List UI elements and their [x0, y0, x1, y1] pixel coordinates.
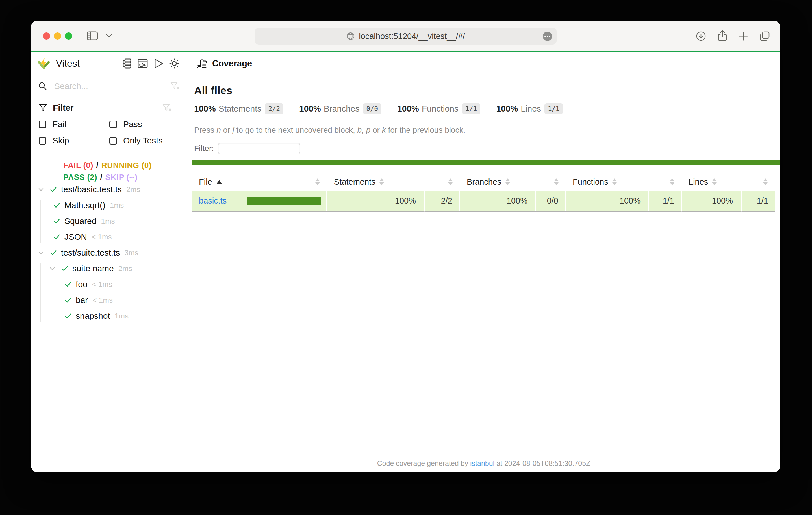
pass-check-icon: [53, 201, 61, 210]
duration: 1ms: [115, 312, 128, 321]
theme-toggle-icon[interactable]: [169, 58, 180, 69]
coverage-stats: 100% Statements 2/2 100% Branches 0/0 10…: [194, 102, 780, 115]
run-all-icon[interactable]: [153, 58, 164, 69]
file-link[interactable]: basic.ts: [199, 196, 227, 206]
sort-ascending-icon: [217, 180, 222, 184]
chevron-down-icon[interactable]: [106, 34, 112, 38]
checkbox-pass[interactable]: [109, 121, 117, 128]
clear-search-filter-icon[interactable]: [170, 82, 179, 90]
tree-item-test[interactable]: bar < 1ms: [31, 292, 187, 308]
checkbox-skip[interactable]: [39, 137, 46, 145]
duration: < 1ms: [91, 233, 112, 241]
tree-item-test[interactable]: JSON < 1ms: [31, 229, 187, 245]
coverage-filter-input[interactable]: [218, 143, 300, 154]
column-header-lines[interactable]: Lines: [682, 173, 742, 191]
tree-item-file[interactable]: test/basic.test.ts 2ms: [31, 182, 187, 198]
tree-item-file[interactable]: test/suite.test.ts 3ms: [31, 245, 187, 261]
url-bar[interactable]: localhost:51204/__vitest__/#/: [255, 28, 557, 44]
tree-item-test[interactable]: foo < 1ms: [31, 276, 187, 292]
pass-check-icon: [53, 233, 61, 241]
globe-icon: [346, 32, 355, 40]
sorter-icon: [712, 178, 717, 185]
tree-item-test[interactable]: snapshot 1ms: [31, 308, 187, 324]
filter-option-only-tests[interactable]: Only Tests: [109, 133, 187, 148]
tree-item-test[interactable]: Squared 1ms: [31, 213, 187, 229]
coverage-header: Coverage: [187, 52, 780, 75]
main-panel: Coverage All files 100% Statements 2/2 1…: [187, 52, 780, 472]
stat-lines: 100% Lines 1/1: [496, 103, 563, 114]
tree-item-suite[interactable]: suite name 2ms: [31, 261, 187, 276]
share-button[interactable]: [717, 30, 728, 41]
istanbul-link[interactable]: istanbul: [470, 459, 494, 467]
column-header-branches-frac-sorter[interactable]: [536, 173, 566, 191]
filter-option-skip[interactable]: Skip: [39, 133, 109, 148]
chevron-down-icon[interactable]: [48, 264, 57, 273]
column-header-file[interactable]: File: [192, 173, 242, 191]
coverage-status-bar: [192, 160, 780, 165]
column-header-statements-frac-sorter[interactable]: [425, 173, 460, 191]
tree-guide-line: [40, 200, 41, 243]
coverage-table: File Statements Branches: [192, 173, 775, 212]
column-header-chart-sorter[interactable]: [242, 173, 327, 191]
new-tab-button[interactable]: [738, 31, 748, 41]
checkbox-fail[interactable]: [39, 121, 46, 128]
table-cell-statements-frac: 2/2: [425, 191, 460, 212]
test-status-summary: FAIL (0) / RUNNING (0) PASS (2) / SKIP (…: [31, 171, 187, 171]
minimize-window-button[interactable]: [54, 32, 61, 39]
coverage-filter-label: Filter:: [194, 144, 214, 153]
table-cell-file: basic.ts: [192, 191, 242, 212]
page-settings-button[interactable]: [543, 32, 552, 41]
tree-view-icon[interactable]: [121, 58, 133, 69]
filter-option-pass[interactable]: Pass: [109, 117, 187, 131]
zoom-window-button[interactable]: [65, 32, 72, 39]
stat-branches: 100% Branches 0/0: [299, 103, 381, 114]
clear-filter-icon[interactable]: [163, 103, 172, 112]
vitest-sidebar: Vitest: [31, 52, 187, 472]
sorter-icon: [554, 178, 558, 185]
table-cell-coverage-bar: [242, 191, 327, 212]
coverage-report: All files 100% Statements 2/2 100% Branc…: [187, 75, 780, 472]
table-cell-functions-pct: 100%: [566, 191, 649, 212]
duration: 1ms: [110, 201, 124, 210]
keyboard-hint: Press n or j to go to the next uncovered…: [194, 125, 780, 135]
close-window-button[interactable]: [43, 32, 50, 39]
browser-toolbar: localhost:51204/__vitest__/#/: [31, 21, 780, 51]
sidebar-search-row: [31, 75, 187, 97]
coverage-footer: Code coverage generated by istanbul at 2…: [187, 459, 780, 472]
checkbox-only-tests[interactable]: [109, 137, 117, 145]
fraction-badge: 1/1: [462, 103, 481, 114]
sorter-icon: [379, 178, 384, 185]
fraction-badge: 1/1: [545, 103, 563, 114]
chevron-down-icon[interactable]: [37, 185, 45, 194]
dashboard-icon[interactable]: [137, 58, 148, 69]
table-cell-branches-frac: 0/0: [536, 191, 566, 212]
search-input[interactable]: [54, 81, 170, 91]
page-title: Coverage: [212, 58, 252, 69]
column-header-lines-frac-sorter[interactable]: [742, 173, 775, 191]
sidebar-toggle-icon[interactable]: [87, 31, 98, 40]
chevron-down-icon[interactable]: [37, 248, 45, 257]
duration: 3ms: [124, 248, 138, 257]
table-cell-branches-pct: 100%: [460, 191, 536, 212]
filter-title: Filter: [53, 103, 74, 113]
fail-count: FAIL (0): [63, 161, 93, 170]
fraction-badge: 2/2: [265, 103, 283, 114]
running-count: RUNNING (0): [101, 161, 151, 170]
column-header-statements[interactable]: Statements: [327, 173, 425, 191]
stat-statements: 100% Statements 2/2: [194, 103, 283, 114]
tab-overview-button[interactable]: [759, 31, 770, 41]
tree-guide-line: [53, 279, 53, 322]
column-header-branches[interactable]: Branches: [460, 173, 536, 191]
pass-check-icon: [49, 248, 58, 257]
downloads-button[interactable]: [696, 31, 706, 41]
column-header-functions-frac-sorter[interactable]: [649, 173, 682, 191]
pass-check-icon: [64, 312, 72, 320]
stat-functions: 100% Functions 1/1: [397, 103, 480, 114]
column-header-functions[interactable]: Functions: [566, 173, 649, 191]
tree-item-test[interactable]: Math.sqrt() 1ms: [31, 198, 187, 213]
app-title: Vitest: [56, 58, 80, 69]
tree-guide-line: [40, 263, 41, 322]
pass-check-icon: [53, 217, 61, 225]
filter-option-fail[interactable]: Fail: [39, 117, 109, 131]
browser-window: localhost:51204/__vitest__/#/: [31, 21, 780, 472]
